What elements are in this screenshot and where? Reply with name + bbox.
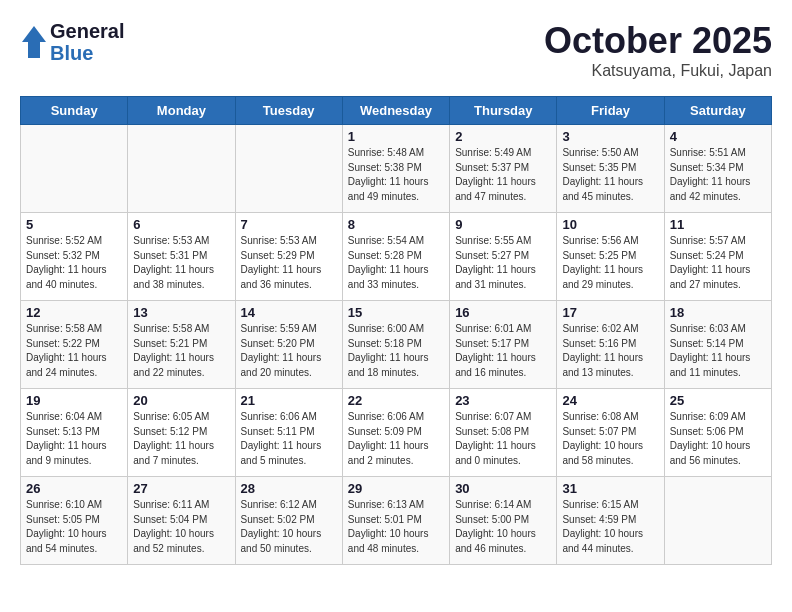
header-wednesday: Wednesday <box>342 97 449 125</box>
calendar-cell: 11Sunrise: 5:57 AM Sunset: 5:24 PM Dayli… <box>664 213 771 301</box>
header-monday: Monday <box>128 97 235 125</box>
day-number: 29 <box>348 481 444 496</box>
week-row-3: 12Sunrise: 5:58 AM Sunset: 5:22 PM Dayli… <box>21 301 772 389</box>
day-number: 30 <box>455 481 551 496</box>
calendar-cell <box>21 125 128 213</box>
header-friday: Friday <box>557 97 664 125</box>
calendar-cell <box>128 125 235 213</box>
header-saturday: Saturday <box>664 97 771 125</box>
calendar-cell: 13Sunrise: 5:58 AM Sunset: 5:21 PM Dayli… <box>128 301 235 389</box>
calendar-cell: 7Sunrise: 5:53 AM Sunset: 5:29 PM Daylig… <box>235 213 342 301</box>
calendar-cell: 2Sunrise: 5:49 AM Sunset: 5:37 PM Daylig… <box>450 125 557 213</box>
day-info: Sunrise: 6:03 AM Sunset: 5:14 PM Dayligh… <box>670 322 766 380</box>
day-info: Sunrise: 6:10 AM Sunset: 5:05 PM Dayligh… <box>26 498 122 556</box>
day-info: Sunrise: 5:58 AM Sunset: 5:21 PM Dayligh… <box>133 322 229 380</box>
day-number: 7 <box>241 217 337 232</box>
day-number: 2 <box>455 129 551 144</box>
calendar-cell: 31Sunrise: 6:15 AM Sunset: 4:59 PM Dayli… <box>557 477 664 565</box>
day-number: 23 <box>455 393 551 408</box>
day-info: Sunrise: 5:51 AM Sunset: 5:34 PM Dayligh… <box>670 146 766 204</box>
day-number: 15 <box>348 305 444 320</box>
day-info: Sunrise: 5:53 AM Sunset: 5:31 PM Dayligh… <box>133 234 229 292</box>
logo-icon <box>20 24 48 60</box>
calendar-cell: 16Sunrise: 6:01 AM Sunset: 5:17 PM Dayli… <box>450 301 557 389</box>
logo-text-blue: Blue <box>50 42 124 64</box>
day-info: Sunrise: 6:14 AM Sunset: 5:00 PM Dayligh… <box>455 498 551 556</box>
calendar-cell: 18Sunrise: 6:03 AM Sunset: 5:14 PM Dayli… <box>664 301 771 389</box>
day-info: Sunrise: 6:08 AM Sunset: 5:07 PM Dayligh… <box>562 410 658 468</box>
calendar-cell: 8Sunrise: 5:54 AM Sunset: 5:28 PM Daylig… <box>342 213 449 301</box>
day-info: Sunrise: 6:04 AM Sunset: 5:13 PM Dayligh… <box>26 410 122 468</box>
day-info: Sunrise: 5:58 AM Sunset: 5:22 PM Dayligh… <box>26 322 122 380</box>
calendar-cell: 12Sunrise: 5:58 AM Sunset: 5:22 PM Dayli… <box>21 301 128 389</box>
day-info: Sunrise: 5:48 AM Sunset: 5:38 PM Dayligh… <box>348 146 444 204</box>
day-number: 3 <box>562 129 658 144</box>
day-info: Sunrise: 6:02 AM Sunset: 5:16 PM Dayligh… <box>562 322 658 380</box>
week-row-5: 26Sunrise: 6:10 AM Sunset: 5:05 PM Dayli… <box>21 477 772 565</box>
calendar-cell: 25Sunrise: 6:09 AM Sunset: 5:06 PM Dayli… <box>664 389 771 477</box>
calendar-cell: 29Sunrise: 6:13 AM Sunset: 5:01 PM Dayli… <box>342 477 449 565</box>
calendar-cell: 21Sunrise: 6:06 AM Sunset: 5:11 PM Dayli… <box>235 389 342 477</box>
day-number: 6 <box>133 217 229 232</box>
week-row-4: 19Sunrise: 6:04 AM Sunset: 5:13 PM Dayli… <box>21 389 772 477</box>
header: General Blue October 2025 Katsuyama, Fuk… <box>20 20 772 80</box>
svg-marker-0 <box>22 26 46 58</box>
day-info: Sunrise: 6:09 AM Sunset: 5:06 PM Dayligh… <box>670 410 766 468</box>
calendar-cell: 26Sunrise: 6:10 AM Sunset: 5:05 PM Dayli… <box>21 477 128 565</box>
day-info: Sunrise: 5:59 AM Sunset: 5:20 PM Dayligh… <box>241 322 337 380</box>
day-number: 13 <box>133 305 229 320</box>
day-number: 26 <box>26 481 122 496</box>
day-number: 17 <box>562 305 658 320</box>
calendar-cell: 23Sunrise: 6:07 AM Sunset: 5:08 PM Dayli… <box>450 389 557 477</box>
day-info: Sunrise: 6:12 AM Sunset: 5:02 PM Dayligh… <box>241 498 337 556</box>
calendar-cell: 1Sunrise: 5:48 AM Sunset: 5:38 PM Daylig… <box>342 125 449 213</box>
day-number: 4 <box>670 129 766 144</box>
logo: General Blue <box>20 20 124 64</box>
day-info: Sunrise: 6:06 AM Sunset: 5:09 PM Dayligh… <box>348 410 444 468</box>
day-number: 1 <box>348 129 444 144</box>
day-number: 16 <box>455 305 551 320</box>
title-area: October 2025 Katsuyama, Fukui, Japan <box>544 20 772 80</box>
calendar-cell: 9Sunrise: 5:55 AM Sunset: 5:27 PM Daylig… <box>450 213 557 301</box>
day-number: 24 <box>562 393 658 408</box>
calendar-cell: 20Sunrise: 6:05 AM Sunset: 5:12 PM Dayli… <box>128 389 235 477</box>
day-number: 9 <box>455 217 551 232</box>
day-number: 14 <box>241 305 337 320</box>
day-number: 25 <box>670 393 766 408</box>
calendar-cell: 3Sunrise: 5:50 AM Sunset: 5:35 PM Daylig… <box>557 125 664 213</box>
calendar-cell: 30Sunrise: 6:14 AM Sunset: 5:00 PM Dayli… <box>450 477 557 565</box>
day-number: 12 <box>26 305 122 320</box>
day-info: Sunrise: 6:00 AM Sunset: 5:18 PM Dayligh… <box>348 322 444 380</box>
calendar-cell: 24Sunrise: 6:08 AM Sunset: 5:07 PM Dayli… <box>557 389 664 477</box>
header-tuesday: Tuesday <box>235 97 342 125</box>
day-info: Sunrise: 5:49 AM Sunset: 5:37 PM Dayligh… <box>455 146 551 204</box>
day-number: 19 <box>26 393 122 408</box>
day-number: 27 <box>133 481 229 496</box>
calendar-cell: 17Sunrise: 6:02 AM Sunset: 5:16 PM Dayli… <box>557 301 664 389</box>
calendar-cell: 22Sunrise: 6:06 AM Sunset: 5:09 PM Dayli… <box>342 389 449 477</box>
day-info: Sunrise: 5:53 AM Sunset: 5:29 PM Dayligh… <box>241 234 337 292</box>
header-sunday: Sunday <box>21 97 128 125</box>
day-info: Sunrise: 5:50 AM Sunset: 5:35 PM Dayligh… <box>562 146 658 204</box>
week-row-2: 5Sunrise: 5:52 AM Sunset: 5:32 PM Daylig… <box>21 213 772 301</box>
day-info: Sunrise: 6:06 AM Sunset: 5:11 PM Dayligh… <box>241 410 337 468</box>
calendar-cell: 5Sunrise: 5:52 AM Sunset: 5:32 PM Daylig… <box>21 213 128 301</box>
day-info: Sunrise: 6:11 AM Sunset: 5:04 PM Dayligh… <box>133 498 229 556</box>
logo-text-general: General <box>50 20 124 42</box>
day-number: 20 <box>133 393 229 408</box>
day-number: 11 <box>670 217 766 232</box>
day-number: 8 <box>348 217 444 232</box>
day-number: 22 <box>348 393 444 408</box>
day-info: Sunrise: 5:52 AM Sunset: 5:32 PM Dayligh… <box>26 234 122 292</box>
calendar-cell: 14Sunrise: 5:59 AM Sunset: 5:20 PM Dayli… <box>235 301 342 389</box>
calendar-cell: 27Sunrise: 6:11 AM Sunset: 5:04 PM Dayli… <box>128 477 235 565</box>
week-row-1: 1Sunrise: 5:48 AM Sunset: 5:38 PM Daylig… <box>21 125 772 213</box>
day-number: 18 <box>670 305 766 320</box>
day-info: Sunrise: 5:54 AM Sunset: 5:28 PM Dayligh… <box>348 234 444 292</box>
calendar-title: October 2025 <box>544 20 772 62</box>
header-thursday: Thursday <box>450 97 557 125</box>
calendar-table: SundayMondayTuesdayWednesdayThursdayFrid… <box>20 96 772 565</box>
day-info: Sunrise: 5:57 AM Sunset: 5:24 PM Dayligh… <box>670 234 766 292</box>
day-number: 28 <box>241 481 337 496</box>
day-number: 5 <box>26 217 122 232</box>
